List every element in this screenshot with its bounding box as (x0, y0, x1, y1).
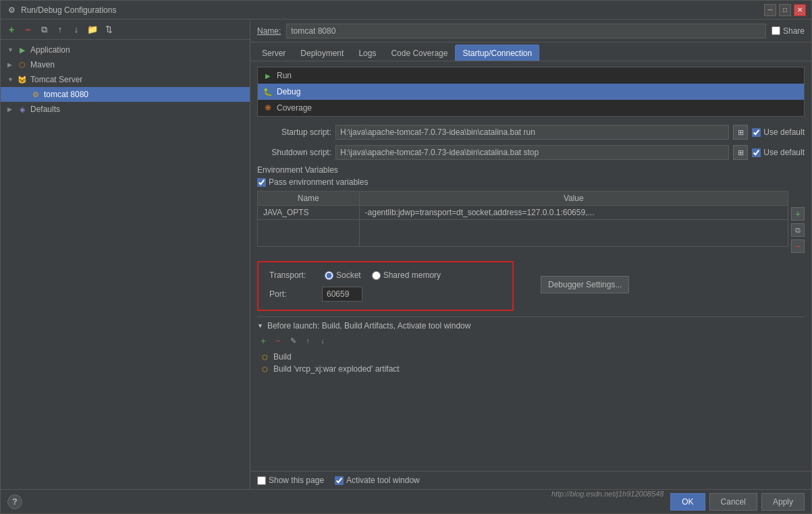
launch-item-build: ⬡ Build (257, 351, 805, 363)
mode-coverage[interactable]: Coverage (258, 100, 804, 116)
port-input[interactable] (322, 287, 362, 302)
mode-debug[interactable]: Debug (258, 84, 804, 100)
right-panel: Name: Share Server Deployment Logs (250, 20, 811, 489)
artifact-icon: ⬡ (260, 364, 269, 374)
defaults-label: Defaults (30, 105, 60, 114)
launch-build-label: Build (273, 352, 292, 362)
show-page-label: Show this page (269, 476, 324, 485)
launch-artifact-label: Build 'vrcp_xj:war exploded' artifact (273, 364, 400, 374)
add-config-button[interactable]: + (5, 23, 18, 36)
window-icon: ⚙ (6, 5, 17, 16)
radio-shared-memory[interactable]: Shared memory (372, 270, 441, 280)
close-button[interactable]: ✕ (794, 4, 806, 16)
launch-down-button[interactable]: ↓ (317, 335, 329, 347)
minimize-button[interactable]: ─ (764, 4, 776, 16)
bottom-options: Show this page Activate tool window (250, 471, 811, 489)
radio-shared-memory-input[interactable] (372, 271, 381, 280)
launch-remove-button[interactable]: − (272, 335, 284, 347)
launch-up-button[interactable]: ↑ (302, 335, 314, 347)
radio-socket-label: Socket (336, 270, 361, 280)
arrow-tomcat (7, 76, 17, 83)
tab-server[interactable]: Server (254, 45, 293, 61)
pass-env-checkbox[interactable] (257, 178, 266, 187)
show-page-checkbox[interactable] (257, 476, 266, 485)
tree-item-tomcat-server[interactable]: 🐱 Tomcat Server (1, 72, 250, 87)
startup-use-default-label: Use default (763, 127, 805, 137)
cancel-button[interactable]: Cancel (709, 493, 757, 511)
watermark: http://blog.esdn.net/j1h912008548 (551, 490, 664, 498)
tab-code-coverage[interactable]: Code Coverage (383, 45, 455, 61)
move-up-button[interactable]: ↑ (53, 23, 67, 36)
arrow-maven (7, 61, 17, 68)
tomcat-8080-icon: ⚙ (30, 89, 41, 100)
config-tree: ▶ Application ⬡ Maven 🐱 Tomcat Server (1, 40, 250, 489)
left-panel: + − ⧉ ↑ ↓ 📁 ⇅ ▶ Application (1, 20, 250, 489)
tab-startup-connection[interactable]: Startup/Connection (455, 45, 539, 61)
tree-item-application[interactable]: ▶ Application (1, 42, 250, 57)
launch-add-button[interactable]: + (257, 335, 269, 347)
tabs-bar: Server Deployment Logs Code Coverage Sta… (250, 42, 811, 61)
sort-button[interactable]: ⇅ (102, 23, 115, 36)
port-label: Port: (269, 289, 317, 299)
share-area: Share (772, 26, 805, 36)
launch-toolbar: + − ✎ ↑ ↓ (257, 333, 805, 348)
share-checkbox[interactable] (772, 26, 780, 35)
env-name-cell[interactable]: JAVA_OPTS (258, 206, 360, 220)
env-vars-title: Environment Variables (257, 165, 805, 175)
radio-socket[interactable]: Socket (325, 270, 361, 280)
debugger-settings-button[interactable]: Debugger Settings... (541, 276, 629, 293)
tab-deployment[interactable]: Deployment (293, 45, 351, 61)
activate-tool-window-option: Activate tool window (335, 476, 420, 485)
activate-tool-window-label: Activate tool window (346, 476, 420, 485)
startup-script-input[interactable] (335, 125, 729, 140)
mode-run[interactable]: Run (258, 67, 804, 84)
env-empty-row (258, 220, 788, 247)
move-down-button[interactable]: ↓ (70, 23, 83, 36)
ok-button[interactable]: OK (670, 493, 705, 511)
tab-logs[interactable]: Logs (351, 45, 383, 61)
env-add-button[interactable]: + (791, 207, 805, 221)
before-launch-collapse-arrow[interactable]: ▼ (257, 322, 263, 329)
env-value-cell[interactable]: -agentlib:jdwp=transport=dt_socket,addre… (359, 206, 788, 220)
coverage-icon (263, 103, 273, 113)
shutdown-use-default-checkbox[interactable] (752, 148, 761, 157)
title-bar-left: ⚙ Run/Debug Configurations (6, 5, 116, 16)
activate-tool-window-checkbox[interactable] (335, 476, 344, 485)
maximize-button[interactable]: □ (779, 4, 791, 16)
startup-browse-button[interactable]: ⊞ (733, 125, 748, 140)
help-button[interactable]: ? (7, 494, 22, 509)
shutdown-browse-button[interactable]: ⊞ (733, 145, 748, 160)
shutdown-script-input[interactable] (335, 145, 729, 160)
tomcat-8080-label: tomcat 8080 (44, 90, 88, 99)
shutdown-use-default-label: Use default (763, 148, 805, 157)
main-content: + − ⧉ ↑ ↓ 📁 ⇅ ▶ Application (1, 20, 811, 489)
copy-config-button[interactable]: ⧉ (37, 23, 51, 36)
folder-button[interactable]: 📁 (86, 23, 99, 36)
transport-row: Transport: Socket Shared memory (269, 270, 502, 280)
env-copy-button[interactable]: ⧉ (791, 223, 805, 237)
mode-list: Run Debug Coverage (257, 67, 805, 117)
name-input[interactable] (286, 24, 766, 38)
port-row: Port: (269, 287, 502, 302)
env-vars-table: Name Value JAVA_OPTS -agentlib:jdwp=tran… (257, 191, 788, 247)
run-icon (263, 71, 273, 80)
radio-shared-memory-label: Shared memory (383, 270, 441, 280)
env-delete-button[interactable]: − (791, 239, 805, 253)
startup-use-default-checkbox[interactable] (752, 128, 761, 137)
launch-edit-button[interactable]: ✎ (287, 335, 299, 347)
debugger-settings-area: Debugger Settings... (527, 276, 629, 293)
env-row: JAVA_OPTS -agentlib:jdwp=transport=dt_so… (258, 206, 788, 220)
dialog-actions: OK Cancel Apply (670, 493, 805, 511)
radio-socket-input[interactable] (325, 271, 333, 280)
name-bar: Name: Share (250, 20, 811, 42)
startup-script-label: Startup script: (257, 127, 331, 137)
launch-item-artifact: ⬡ Build 'vrcp_xj:war exploded' artifact (257, 363, 805, 375)
tree-item-tomcat-8080[interactable]: ⚙ tomcat 8080 (1, 87, 250, 102)
tree-item-maven[interactable]: ⬡ Maven (1, 57, 250, 72)
tree-item-defaults[interactable]: ◈ Defaults (1, 102, 250, 117)
remove-config-button[interactable]: − (21, 23, 34, 36)
transport-section: Transport: Socket Shared memory (257, 261, 514, 311)
apply-button[interactable]: Apply (761, 493, 805, 511)
dialog-bottom: ? http://blog.esdn.net/j1h912008548 OK C… (1, 489, 811, 513)
title-bar: ⚙ Run/Debug Configurations ─ □ ✕ (1, 1, 811, 20)
